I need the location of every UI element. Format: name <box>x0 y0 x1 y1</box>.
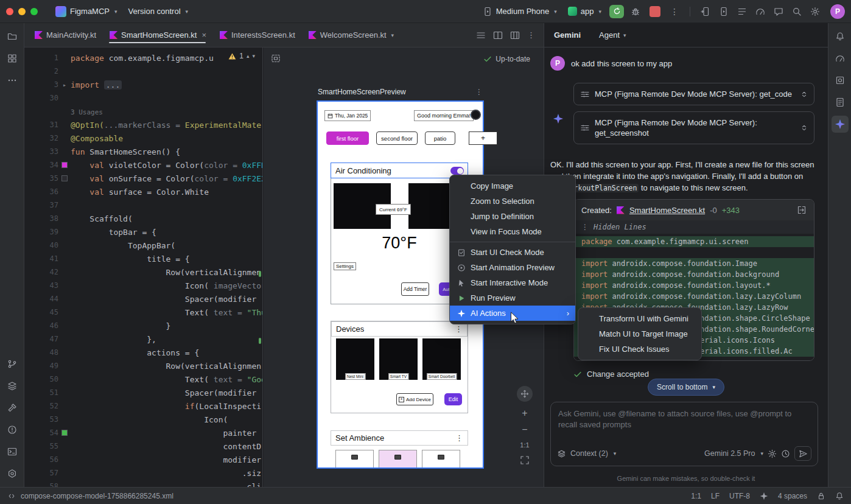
toolbar-button-feedback-icon[interactable] <box>771 4 786 19</box>
readonly-lock-icon[interactable] <box>817 492 825 500</box>
context-selector[interactable]: Context (2) <box>570 449 608 458</box>
toolbar-button-running-devices-icon[interactable] <box>716 4 732 19</box>
ai-status-icon[interactable] <box>760 492 768 500</box>
device-tile-smart-tv[interactable]: Smart TV <box>379 338 418 380</box>
tool-button-resource-manager-icon[interactable] <box>4 50 21 67</box>
tool-button-layers-icon[interactable] <box>4 377 21 394</box>
ambience-tile[interactable] <box>335 450 374 467</box>
send-button[interactable] <box>794 446 811 461</box>
tool-button-prompt-library-icon[interactable] <box>832 94 849 111</box>
settings-chip[interactable]: Settings <box>334 262 356 270</box>
tool-button-build-icon[interactable] <box>4 399 21 416</box>
zoom-in-button[interactable]: + <box>522 408 527 418</box>
tool-button-notifications-bell-icon[interactable] <box>832 28 849 45</box>
section-options-icon[interactable]: ⋮ <box>455 433 463 443</box>
add-device-button[interactable]: + Add Device <box>396 393 433 405</box>
ambience-tile[interactable] <box>422 450 460 467</box>
zoom-out-button[interactable]: − <box>522 425 527 435</box>
tool-button-services-icon[interactable] <box>4 465 21 482</box>
floor-chip-patio[interactable]: patio <box>425 131 455 145</box>
chat-input[interactable]: Ask Gemini, use @filename to attach sour… <box>550 402 818 466</box>
floor-chip-second-floor[interactable]: second floor <box>376 131 418 145</box>
ac-toggle[interactable] <box>450 167 464 175</box>
tool-button-terminal-icon[interactable] <box>4 443 21 460</box>
user-avatar[interactable]: P <box>830 4 845 19</box>
chat-history-icon[interactable] <box>781 449 790 458</box>
toolbar-button-settings-icon[interactable] <box>807 4 823 19</box>
project-selector[interactable]: FigmaMCP ▾ <box>51 4 122 19</box>
floor-chip-first-floor[interactable]: first floor <box>326 131 369 145</box>
device-selector[interactable]: Medium Phone ▾ <box>478 4 561 19</box>
tool-button-profiler-icon[interactable] <box>832 50 849 67</box>
status-file-name[interactable]: compose-compose-model-1758866285245.xml <box>21 492 173 500</box>
menu-item-start-ui-check-mode[interactable]: Start UI Check Mode <box>450 245 575 260</box>
debug-button[interactable] <box>628 4 643 19</box>
menu-item-run-preview[interactable]: Run Preview <box>450 290 575 306</box>
scroll-to-bottom-button[interactable]: Scroll to bottom▾ <box>648 379 724 396</box>
tool-call-card[interactable]: MCP (Figma Remote Dev Mode MCP Server): … <box>573 111 814 144</box>
menu-item-transform-ui-with-gemini[interactable]: Transform UI with Gemini <box>578 311 701 326</box>
toolbar-button-structure-icon[interactable] <box>734 4 750 19</box>
tool-button-layout-inspector-icon[interactable] <box>832 72 849 89</box>
fold-arrow-icon[interactable]: ▸ <box>63 82 66 88</box>
zoom-level[interactable]: 1:1 <box>520 441 529 449</box>
preview-canvas-icon[interactable] <box>271 54 281 63</box>
edit-devices-button[interactable]: Edit <box>444 393 462 405</box>
menu-item-copy-image[interactable]: Copy Image <box>450 178 575 194</box>
created-filename-link[interactable]: SmartHomeScreen.kt <box>629 206 705 215</box>
zoom-window-button[interactable] <box>30 8 38 15</box>
split-editor-icon[interactable] <box>493 30 503 40</box>
minimize-window-button[interactable] <box>18 8 26 15</box>
tab-smarthomescreen[interactable]: SmartHomeScreen.kt × <box>103 23 213 47</box>
toolbar-button-profiler-icon[interactable] <box>752 4 768 19</box>
close-tab-icon[interactable]: × <box>201 30 206 40</box>
close-window-button[interactable] <box>6 8 13 15</box>
add-timer-button[interactable]: Add Timer <box>401 282 429 296</box>
device-tile-smart-doorbell[interactable]: Smart Doorbell <box>422 338 461 380</box>
device-tile-nest-mini[interactable]: Nest Mini <box>336 338 374 380</box>
more-run-options-button[interactable]: ⋮ <box>667 4 682 19</box>
stop-button[interactable] <box>650 6 660 17</box>
editor-list-icon[interactable] <box>476 30 486 40</box>
indent-config[interactable]: 4 spaces <box>778 492 807 500</box>
color-swatch[interactable] <box>61 430 68 436</box>
menu-item-zoom-to-selection[interactable]: Zoom to Selection <box>450 194 575 209</box>
notifications-icon[interactable] <box>835 492 844 500</box>
preview-options-icon[interactable]: ⋮ <box>475 88 483 96</box>
open-diff-icon[interactable] <box>797 205 807 215</box>
tab-agent[interactable]: Agent▾ <box>599 30 626 40</box>
run-button[interactable] <box>609 5 624 18</box>
code-editor[interactable]: 1package com.example.figmamcp.u23▸import… <box>24 47 263 487</box>
expand-icon[interactable] <box>800 124 808 131</box>
tool-button-version-control-icon[interactable] <box>4 355 21 373</box>
caret-position[interactable]: 1:1 <box>691 492 701 500</box>
tool-button-gemini-icon[interactable] <box>832 116 849 133</box>
menu-item-fix-ui-check-issues[interactable]: Fix UI Check Issues <box>578 341 701 357</box>
inspections-widget[interactable]: 1 ▴ ▾ <box>226 51 257 61</box>
tab-interestsscreen[interactable]: InterestsScreen.kt <box>213 23 302 47</box>
hidden-lines-row[interactable]: ⋮ Hidden Lines <box>574 220 814 234</box>
tab-welcomescreen[interactable]: WelcomeScreen.kt ▾ <box>302 23 401 47</box>
menu-item-match-ui-to-target-image[interactable]: Match UI to Target Image <box>578 326 701 341</box>
line-separator[interactable]: LF <box>711 492 720 500</box>
prev-issue-icon[interactable]: ▴ <box>247 53 250 59</box>
menu-item-view-in-focus-mode[interactable]: View in Focus Mode <box>450 224 575 239</box>
tool-call-card[interactable]: MCP (Figma Remote Dev Mode MCP Server): … <box>573 83 814 105</box>
model-selector[interactable]: Gemini 2.5 Pro <box>704 449 755 458</box>
tool-button-more-tool-windows-icon[interactable] <box>4 72 21 89</box>
toolbar-button-device-mirror-icon[interactable] <box>698 4 713 19</box>
vcs-widget[interactable]: Version control ▾ <box>124 4 193 18</box>
menu-item-start-interactive-mode[interactable]: Start Interactive Mode <box>450 275 575 290</box>
pan-tool-button[interactable] <box>517 386 533 402</box>
add-floor-chip[interactable]: + <box>469 131 497 145</box>
editor-layout-icon[interactable] <box>510 30 520 40</box>
tool-button-problems-icon[interactable] <box>4 421 21 438</box>
file-encoding[interactable]: UTF-8 <box>729 492 750 500</box>
next-issue-icon[interactable]: ▾ <box>252 53 255 59</box>
tool-button-project-folder-icon[interactable] <box>4 28 21 45</box>
ambience-tile[interactable] <box>379 450 417 467</box>
tab-mainactivity[interactable]: MainActivity.kt <box>28 23 103 47</box>
color-swatch[interactable] <box>61 175 68 181</box>
zoom-to-fit-button[interactable] <box>520 455 530 467</box>
more-editor-options-icon[interactable]: ⋮ <box>527 30 535 40</box>
